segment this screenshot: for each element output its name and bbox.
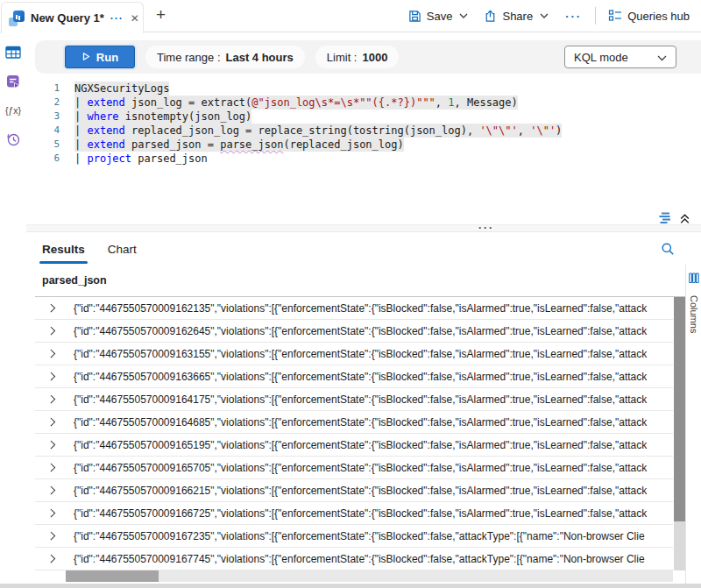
tab-more-icon[interactable]: ··· <box>110 14 124 23</box>
table-row[interactable]: {"id":"4467550570009167235","violations"… <box>35 525 673 548</box>
columns-panel-label: Columns <box>689 295 699 333</box>
row-expand-icon[interactable] <box>48 464 57 471</box>
play-icon <box>81 51 90 64</box>
queries-hub-button[interactable]: Queries hub <box>600 9 697 23</box>
editor-lines: 1NGXSecurityLogs2| extend json_log = ext… <box>35 81 701 166</box>
left-rail: {ƒx} <box>0 32 26 588</box>
tab-close-icon[interactable]: ✕ <box>131 12 139 25</box>
limit-picker[interactable]: Limit : 1000 <box>315 46 400 68</box>
query-tab[interactable]: New Query 1* ··· ✕ <box>1 2 144 33</box>
share-button[interactable]: Share <box>476 10 556 23</box>
table-row[interactable]: {"id":"4467550570009167745","violations"… <box>35 548 673 570</box>
table-row[interactable]: {"id":"4467550570009162645","violations"… <box>35 320 673 343</box>
results-panel: Results Chart parsed_json {"id":"4467550… <box>26 233 701 588</box>
horizontal-scrollbar[interactable] <box>66 570 673 582</box>
limit-value: 1000 <box>362 51 387 64</box>
chevron-down-icon[interactable] <box>459 13 468 18</box>
code-text[interactable]: | extend json_log = extract(@"json_log\s… <box>74 96 518 110</box>
table-row[interactable]: {"id":"4467550570009163665","violations"… <box>35 365 673 388</box>
row-json-text: {"id":"4467550570009166215","violations"… <box>74 485 673 497</box>
query-editor[interactable]: 1NGXSecurityLogs2| extend json_log = ext… <box>35 81 701 166</box>
row-expand-icon[interactable] <box>48 351 57 357</box>
query-mode-value: KQL mode <box>574 51 628 64</box>
row-expand-icon[interactable] <box>48 487 57 493</box>
splitter-handle[interactable]: ··· <box>478 222 494 234</box>
time-range-value: Last 4 hours <box>226 51 294 64</box>
table-row[interactable]: {"id":"4467550570009165195","violations"… <box>35 434 673 457</box>
saved-scripts-icon[interactable] <box>5 74 21 89</box>
columns-icon <box>689 272 699 287</box>
app-window: New Query 1* ··· ✕ + Save <box>0 0 701 588</box>
row-json-text: {"id":"4467550570009165195","violations"… <box>74 439 673 451</box>
code-text[interactable]: | where isnotempty(json_log) <box>74 110 251 124</box>
new-tab-button[interactable]: + <box>156 5 166 25</box>
more-actions-button[interactable]: ··· <box>556 10 591 23</box>
row-json-text: {"id":"4467550570009164175","violations"… <box>74 393 673 406</box>
tab-results[interactable]: Results <box>42 233 85 265</box>
code-line[interactable]: 5| extend parsed_json = parse_json(repla… <box>35 138 701 152</box>
table-row[interactable]: {"id":"4467550570009162135","violations"… <box>35 297 673 320</box>
table-row[interactable]: {"id":"4467550570009166215","violations"… <box>35 479 673 502</box>
line-number: 3 <box>35 110 60 124</box>
code-text[interactable]: NGXSecurityLogs <box>74 81 169 96</box>
save-icon <box>408 10 421 23</box>
row-json-text: {"id":"4467550570009167235","violations"… <box>74 530 673 542</box>
vertical-scrollbar-thumb[interactable] <box>674 297 685 521</box>
save-label: Save <box>427 10 453 23</box>
code-line[interactable]: 2| extend json_log = extract(@"json_log\… <box>35 96 701 110</box>
query-mode-select[interactable]: KQL mode <box>564 46 676 68</box>
table-row[interactable]: {"id":"4467550570009163155","violations"… <box>35 343 673 365</box>
table-row[interactable]: {"id":"4467550570009164175","violations"… <box>35 388 673 411</box>
code-line[interactable]: 1NGXSecurityLogs <box>35 81 701 96</box>
code-text[interactable]: | extend replaced_json_log = replace_str… <box>74 124 562 138</box>
time-range-picker[interactable]: Time range : Last 4 hours <box>145 46 305 68</box>
code-line[interactable]: 6| project parsed_json <box>35 152 701 166</box>
run-button[interactable]: Run <box>65 46 135 68</box>
main-area: Run Time range : Last 4 hours Limit : 10… <box>26 32 701 588</box>
columns-side-panel[interactable]: Columns <box>685 265 701 588</box>
row-expand-icon[interactable] <box>48 442 57 448</box>
code-text[interactable]: | project parsed_json <box>74 152 208 166</box>
chevron-down-icon[interactable] <box>540 13 549 18</box>
tables-icon[interactable] <box>5 45 21 60</box>
row-json-text: {"id":"4467550570009163665","violations"… <box>74 371 673 383</box>
line-number: 4 <box>35 124 60 138</box>
adx-app-icon <box>9 11 25 26</box>
functions-icon[interactable]: {ƒx} <box>5 103 21 118</box>
row-expand-icon[interactable] <box>48 556 57 562</box>
table-row[interactable]: {"id":"4467550570009166725","violations"… <box>35 502 673 525</box>
window-bottom-scrollbar[interactable] <box>0 584 701 588</box>
table-row[interactable]: {"id":"4467550570009164685","violations"… <box>35 411 673 434</box>
queries-hub-icon <box>608 9 622 23</box>
row-expand-icon[interactable] <box>48 510 57 516</box>
row-expand-icon[interactable] <box>48 305 57 311</box>
row-expand-icon[interactable] <box>48 328 57 334</box>
panel-splitter[interactable]: ··· <box>26 224 701 232</box>
row-json-text: {"id":"4467550570009166725","violations"… <box>74 507 673 520</box>
run-label: Run <box>96 51 118 64</box>
query-history-icon[interactable] <box>5 131 21 147</box>
query-toolbar: Run Time range : Last 4 hours Limit : 10… <box>35 40 701 74</box>
row-expand-icon[interactable] <box>48 533 57 539</box>
line-number: 5 <box>35 138 60 152</box>
column-header[interactable]: parsed_json <box>35 265 685 297</box>
row-expand-icon[interactable] <box>48 396 57 402</box>
code-line[interactable]: 3| where isnotempty(json_log) <box>35 110 701 124</box>
horizontal-scrollbar-thumb[interactable] <box>66 570 159 582</box>
row-json-text: {"id":"4467550570009164685","violations"… <box>74 416 673 429</box>
vertical-scrollbar[interactable] <box>674 297 685 570</box>
code-line[interactable]: 4| extend replaced_json_log = replace_st… <box>35 124 701 138</box>
line-number: 6 <box>35 152 60 166</box>
row-json-text: {"id":"4467550570009162645","violations"… <box>74 325 673 337</box>
line-number: 1 <box>35 81 60 96</box>
row-expand-icon[interactable] <box>48 419 57 425</box>
search-icon[interactable] <box>661 242 675 259</box>
divider <box>595 7 596 25</box>
results-tabs: Results Chart <box>26 233 701 265</box>
tab-chart[interactable]: Chart <box>108 233 137 265</box>
limit-label: Limit : <box>327 51 358 64</box>
row-expand-icon[interactable] <box>48 373 57 379</box>
save-button[interactable]: Save <box>400 10 477 23</box>
table-row[interactable]: {"id":"4467550570009165705","violations"… <box>35 457 673 479</box>
code-text[interactable]: | extend parsed_json = parse_json(replac… <box>74 138 404 152</box>
